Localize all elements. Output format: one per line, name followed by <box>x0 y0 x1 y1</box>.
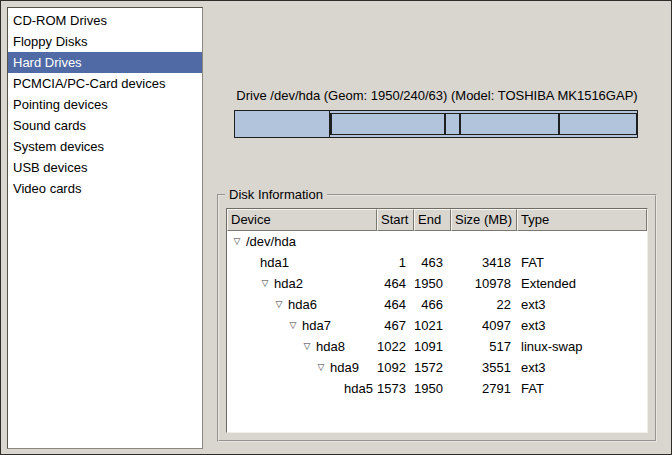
end-cell: 1950 <box>414 273 451 294</box>
partition-segment-hda2 <box>330 111 637 137</box>
hardware-browser-window: CD-ROM DrivesFloppy DisksHard DrivesPCMC… <box>0 0 672 455</box>
sidebar-item-system-devices[interactable]: System devices <box>8 136 202 157</box>
start-cell: 464 <box>377 294 414 315</box>
sidebar-item-pcmcia-pc-card-devices[interactable]: PCMCIA/PC-Card devices <box>8 73 202 94</box>
column-header-device[interactable]: Device <box>227 209 377 231</box>
type-cell: ext3 <box>517 315 647 336</box>
end-cell: 1091 <box>414 336 451 357</box>
start-cell: 1022 <box>377 336 414 357</box>
device-name: hda9 <box>330 357 359 378</box>
table-row-hda7[interactable]: ▽hda746710214097ext3 <box>227 315 647 336</box>
type-cell: FAT <box>517 252 647 273</box>
end-cell: 1572 <box>414 357 451 378</box>
partition-bar <box>234 110 638 138</box>
start-cell: 1573 <box>377 378 414 399</box>
partition-segment-hda8 <box>445 113 459 135</box>
end-cell: 463 <box>414 252 451 273</box>
device-cell: ▽hda8 <box>227 336 377 357</box>
device-cell: ▽/dev/hda <box>227 231 377 252</box>
start-cell <box>377 231 414 252</box>
sidebar-item-floppy-disks[interactable]: Floppy Disks <box>8 31 202 52</box>
start-cell: 1092 <box>377 357 414 378</box>
device-name: hda8 <box>316 336 345 357</box>
device-cell: ▽hda9 <box>227 357 377 378</box>
size-cell: 22 <box>451 294 517 315</box>
device-name: /dev/hda <box>246 231 296 252</box>
table-row-hda2[interactable]: ▽hda2464195010978Extended <box>227 273 647 294</box>
expander-icon[interactable]: ▽ <box>259 273 271 294</box>
type-cell: linux-swap <box>517 336 647 357</box>
partition-segment-hda9 <box>460 113 559 135</box>
table-row-dev-hda[interactable]: ▽/dev/hda <box>227 231 647 252</box>
column-header-start[interactable]: Start <box>377 209 414 231</box>
type-cell: FAT <box>517 378 647 399</box>
device-cell: ▽hda6 <box>227 294 377 315</box>
device-cell: hda1 <box>227 252 377 273</box>
device-name: hda7 <box>302 315 331 336</box>
sidebar-item-cd-rom-drives[interactable]: CD-ROM Drives <box>8 10 202 31</box>
type-cell: ext3 <box>517 294 647 315</box>
table-row-hda1[interactable]: hda114633418FAT <box>227 252 647 273</box>
expander-icon[interactable]: ▽ <box>287 315 299 336</box>
device-cell: hda5 <box>227 378 377 399</box>
start-cell: 1 <box>377 252 414 273</box>
sidebar-item-video-cards[interactable]: Video cards <box>8 178 202 199</box>
expander-icon[interactable]: ▽ <box>301 336 313 357</box>
device-name: hda6 <box>288 294 317 315</box>
type-cell <box>517 231 647 252</box>
sidebar-item-pointing-devices[interactable]: Pointing devices <box>8 94 202 115</box>
expander-icon[interactable]: ▽ <box>315 357 327 378</box>
end-cell: 466 <box>414 294 451 315</box>
table-row-hda8[interactable]: ▽hda810221091517linux-swap <box>227 336 647 357</box>
device-cell: ▽hda7 <box>227 315 377 336</box>
disk-information-frame: Disk Information DeviceStartEndSize (MB)… <box>217 194 657 442</box>
sidebar-item-hard-drives[interactable]: Hard Drives <box>8 52 202 73</box>
sidebar-item-sound-cards[interactable]: Sound cards <box>8 115 202 136</box>
size-cell: 517 <box>451 336 517 357</box>
disk-table-header: DeviceStartEndSize (MB)Type <box>227 209 647 231</box>
device-name: hda1 <box>260 252 289 273</box>
partition-segment-hda1 <box>235 111 330 137</box>
frame-label: Disk Information <box>225 187 327 203</box>
start-cell: 464 <box>377 273 414 294</box>
table-row-hda9[interactable]: ▽hda9109215723551ext3 <box>227 357 647 378</box>
expander-icon[interactable]: ▽ <box>231 231 243 252</box>
end-cell: 1950 <box>414 378 451 399</box>
start-cell: 467 <box>377 315 414 336</box>
device-category-list: CD-ROM DrivesFloppy DisksHard DrivesPCMC… <box>7 7 203 449</box>
sidebar-item-usb-devices[interactable]: USB devices <box>8 157 202 178</box>
partition-segment-hda7 <box>331 113 445 135</box>
disk-table-body: ▽/dev/hdahda114633418FAT▽hda246419501097… <box>227 231 647 399</box>
size-cell: 3418 <box>451 252 517 273</box>
end-cell: 1021 <box>414 315 451 336</box>
disk-table: DeviceStartEndSize (MB)Type ▽/dev/hdahda… <box>226 208 648 433</box>
column-header-size-mb[interactable]: Size (MB) <box>451 209 517 231</box>
expander-icon[interactable]: ▽ <box>273 294 285 315</box>
device-name: hda5 <box>344 378 373 399</box>
end-cell <box>414 231 451 252</box>
device-name: hda2 <box>274 273 303 294</box>
partition-segment-hda5 <box>559 113 637 135</box>
type-cell: Extended <box>517 273 647 294</box>
column-header-end[interactable]: End <box>414 209 451 231</box>
size-cell: 2791 <box>451 378 517 399</box>
drive-title: Drive /dev/hda (Geom: 1950/240/63) (Mode… <box>217 88 657 103</box>
type-cell: ext3 <box>517 357 647 378</box>
device-cell: ▽hda2 <box>227 273 377 294</box>
size-cell: 3551 <box>451 357 517 378</box>
table-row-hda6[interactable]: ▽hda646446622ext3 <box>227 294 647 315</box>
size-cell <box>451 231 517 252</box>
column-header-type[interactable]: Type <box>517 209 647 231</box>
size-cell: 10978 <box>451 273 517 294</box>
size-cell: 4097 <box>451 315 517 336</box>
table-row-hda5[interactable]: hda5157319502791FAT <box>227 378 647 399</box>
